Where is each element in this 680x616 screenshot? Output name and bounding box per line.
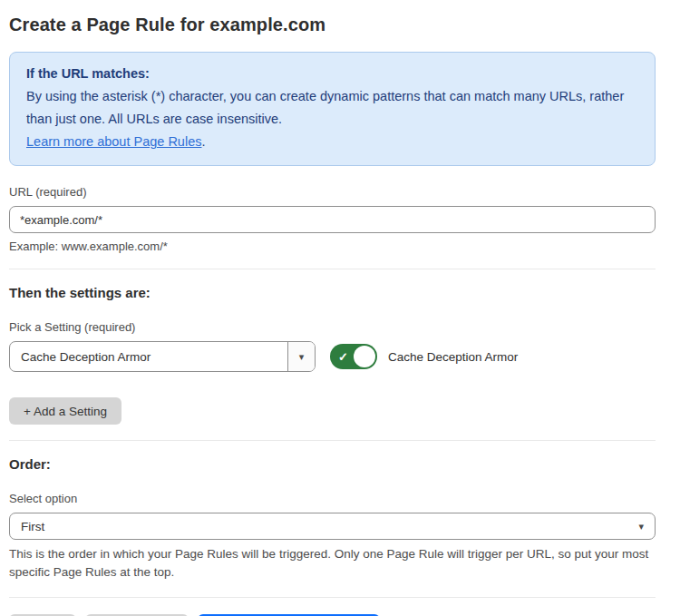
section-divider <box>9 597 656 598</box>
setting-select-caret-segment[interactable]: ▾ <box>287 342 315 371</box>
order-help-text: This is the order in which your Page Rul… <box>9 545 656 582</box>
info-box-heading: If the URL matches: <box>26 63 638 85</box>
order-select[interactable]: First ▾ <box>9 513 656 540</box>
info-box-body: By using the asterisk (*) character, you… <box>26 85 638 131</box>
order-section-heading: Order: <box>9 456 656 472</box>
add-setting-button[interactable]: + Add a Setting <box>9 397 121 425</box>
setting-select-value: Cache Deception Armor <box>10 350 287 364</box>
learn-more-link[interactable]: Learn more about Page Rules <box>26 134 201 149</box>
info-box-link-line: Learn more about Page Rules. <box>26 131 638 153</box>
pick-setting-label: Pick a Setting (required) <box>9 320 656 334</box>
setting-row: Cache Deception Armor ▾ ✓ Cache Deceptio… <box>9 341 656 372</box>
toggle-knob <box>354 346 375 367</box>
select-option-label: Select option <box>9 492 656 505</box>
section-divider <box>9 440 656 441</box>
url-input[interactable] <box>9 206 656 233</box>
check-icon: ✓ <box>338 351 348 363</box>
section-divider <box>9 269 656 269</box>
setting-toggle-label: Cache Deception Armor <box>388 350 518 364</box>
chevron-down-icon: ▾ <box>299 352 305 362</box>
chevron-down-icon: ▾ <box>638 522 644 532</box>
order-select-value: First <box>10 520 638 533</box>
create-page-rule-form: Create a Page Rule for example.com If th… <box>0 0 680 616</box>
setting-select[interactable]: Cache Deception Armor ▾ <box>9 341 316 372</box>
url-match-info-box: If the URL matches: By using the asteris… <box>9 52 656 166</box>
settings-section-heading: Then the settings are: <box>9 285 656 300</box>
setting-toggle[interactable]: ✓ <box>330 344 377 369</box>
page-title: Create a Page Rule for example.com <box>9 15 656 35</box>
url-example-hint: Example: www.example.com/* <box>9 240 656 253</box>
url-label: URL (required) <box>9 185 656 199</box>
link-suffix: . <box>201 134 205 149</box>
